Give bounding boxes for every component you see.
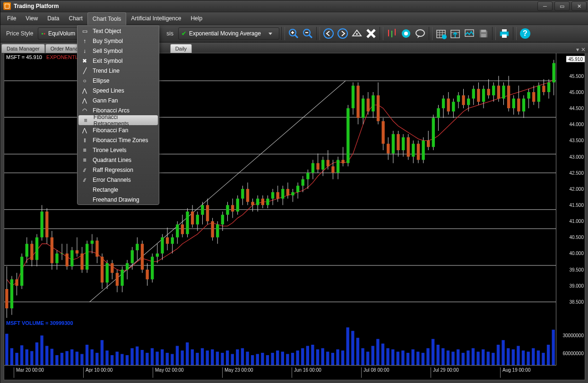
annotation-button[interactable]: [414, 27, 427, 40]
menu-help[interactable]: Help: [186, 12, 207, 25]
chart-type-button[interactable]: [385, 27, 398, 40]
svg-rect-317: [286, 354, 289, 366]
svg-line-1: [295, 35, 298, 38]
tool-gann-fan[interactable]: ⋀Gann Fan: [78, 95, 159, 105]
svg-rect-134: [236, 199, 239, 212]
tool-trend-line[interactable]: ╱Trend Line: [78, 66, 159, 76]
price-style-select[interactable]: ▪▪ EquiVolum: [38, 27, 78, 40]
svg-rect-267: [35, 342, 38, 366]
svg-rect-116: [191, 212, 194, 224]
svg-rect-271: [55, 355, 58, 366]
svg-rect-335: [376, 339, 379, 366]
svg-rect-112: [181, 224, 184, 234]
svg-rect-304: [221, 353, 224, 366]
help-button[interactable]: ?: [519, 27, 532, 40]
svg-rect-62: [55, 254, 58, 264]
svg-rect-314: [271, 353, 274, 366]
zoom-out-button[interactable]: [301, 27, 314, 40]
tool-fib-retracements[interactable]: ≡Fibonacci Retracements: [78, 115, 158, 125]
menu-chart[interactable]: Chart: [64, 12, 87, 25]
svg-line-5: [309, 35, 312, 38]
svg-rect-70: [76, 250, 78, 254]
close-button[interactable]: ✕: [571, 1, 587, 11]
svg-rect-365: [527, 352, 529, 366]
svg-rect-146: [266, 199, 269, 205]
svg-rect-310: [251, 355, 254, 366]
export-button[interactable]: [449, 27, 462, 40]
svg-rect-357: [487, 352, 490, 366]
tool-tirone[interactable]: ≡Tirone Levels: [78, 145, 159, 155]
menu-data[interactable]: Data: [43, 12, 64, 25]
svg-text:?: ?: [523, 29, 527, 37]
calendar-button[interactable]: [434, 27, 448, 40]
maximize-button[interactable]: ▭: [554, 1, 570, 11]
tool-ellipse[interactable]: ○Ellipse: [78, 76, 159, 85]
svg-rect-164: [311, 163, 314, 173]
svg-rect-158: [296, 186, 299, 192]
tool-error-channels[interactable]: ⫽Error Channels: [78, 175, 159, 185]
svg-rect-325: [326, 352, 329, 366]
svg-rect-281: [105, 350, 108, 366]
menu-view[interactable]: View: [21, 12, 43, 25]
tool-sell-symbol[interactable]: ↓Sell Symbol: [78, 46, 159, 56]
svg-rect-345: [426, 348, 429, 366]
tool-freehand[interactable]: Freehand Drawing: [78, 195, 159, 204]
svg-rect-280: [101, 340, 104, 366]
image-button[interactable]: [463, 27, 476, 40]
minimize-button[interactable]: ─: [537, 1, 553, 11]
nav-forward-button[interactable]: [336, 27, 349, 40]
svg-rect-368: [542, 353, 545, 366]
svg-rect-132: [231, 205, 234, 212]
menu-ai[interactable]: Artificial Intelligence: [126, 12, 186, 25]
svg-rect-320: [301, 348, 304, 366]
crosshair-button[interactable]: [399, 27, 413, 40]
svg-rect-300: [201, 348, 204, 366]
svg-rect-303: [216, 352, 219, 366]
tab-close-icon[interactable]: ✕: [581, 46, 586, 53]
svg-rect-88: [121, 270, 123, 286]
tool-speed-lines[interactable]: ⋀Speed Lines: [78, 85, 159, 95]
tool-buy-symbol[interactable]: ↑Buy Symbol: [78, 36, 159, 46]
svg-rect-291: [156, 352, 158, 366]
volume-chart[interactable]: [4, 325, 556, 366]
menu-file[interactable]: File: [2, 12, 21, 25]
tool-rectangle[interactable]: Rectangle: [78, 185, 159, 195]
tool-quadrant[interactable]: ≡Quadrant Lines: [78, 155, 159, 165]
svg-rect-260: [552, 63, 555, 83]
menu-chart-tools[interactable]: Chart Tools: [87, 12, 126, 25]
svg-rect-322: [311, 345, 314, 366]
delete-button[interactable]: [364, 27, 378, 40]
svg-rect-52: [30, 244, 33, 260]
reset-zoom-button[interactable]: [350, 27, 363, 40]
svg-point-15: [416, 30, 424, 36]
tab-dropdown-icon[interactable]: ▾: [576, 46, 579, 53]
vlines-icon: ⦀: [81, 137, 88, 144]
nav-back-button[interactable]: [322, 27, 335, 40]
tool-raff[interactable]: ⫽Raff Regression: [78, 165, 159, 175]
svg-rect-334: [372, 346, 374, 366]
zoom-in-button[interactable]: [287, 27, 300, 40]
svg-rect-296: [181, 350, 183, 366]
save-button[interactable]: [477, 27, 490, 40]
svg-rect-282: [111, 355, 113, 366]
tab-daily[interactable]: Daily: [170, 44, 192, 53]
tab-data-manager[interactable]: Data Manager: [1, 44, 45, 53]
svg-rect-262: [10, 348, 13, 366]
svg-rect-176: [342, 160, 345, 163]
svg-rect-248: [522, 99, 525, 111]
print-button[interactable]: [498, 27, 511, 40]
svg-rect-90: [126, 263, 129, 270]
svg-rect-264: [20, 345, 23, 366]
indicator-select[interactable]: ✔ Exponential Moving Average: [178, 27, 279, 40]
svg-rect-289: [146, 353, 148, 366]
svg-rect-84: [111, 263, 113, 273]
svg-rect-96: [141, 244, 144, 270]
svg-rect-76: [91, 240, 94, 244]
fibfan-icon: ⋀: [81, 127, 88, 134]
tool-fib-time[interactable]: ⦀Fibonacci Time Zones: [78, 135, 159, 145]
svg-rect-298: [191, 349, 194, 366]
svg-rect-130: [226, 205, 229, 215]
tool-text-object[interactable]: ▭Text Object: [78, 26, 159, 36]
tool-exit-symbol[interactable]: ✖Exit Symbol: [78, 56, 159, 66]
svg-rect-299: [196, 353, 199, 366]
